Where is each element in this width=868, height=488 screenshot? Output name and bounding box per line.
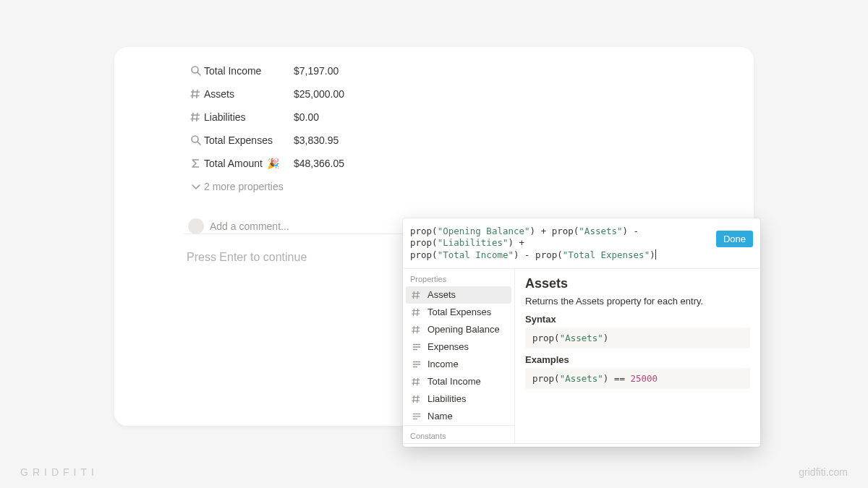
property-option-label: Opening Balance [427, 324, 500, 335]
doc-title: Assets [525, 276, 750, 291]
comment-placeholder: Add a comment... [210, 221, 289, 232]
property-name: Total Income [204, 65, 294, 77]
brand-text-left: GRIDFITI [20, 466, 98, 478]
text-cursor [655, 249, 656, 260]
avatar [188, 218, 204, 234]
search-icon [188, 65, 204, 77]
property-option[interactable]: Liabilities [406, 390, 511, 408]
property-option[interactable]: Total Expenses [406, 304, 511, 321]
number-icon [412, 325, 422, 335]
more-properties-label: 2 more properties [204, 181, 284, 192]
property-option[interactable]: Name [406, 408, 511, 425]
property-value: $7,197.00 [294, 65, 339, 77]
page-card: Total Income $7,197.00 Assets $25,000.00… [114, 47, 754, 426]
property-option-label: Expenses [427, 341, 469, 352]
property-value: $25,000.00 [294, 88, 344, 100]
text-icon [412, 342, 422, 352]
property-name: Total Amount 🎉 [204, 158, 294, 169]
property-row[interactable]: Total Expenses $3,830.95 [188, 129, 579, 152]
property-option-label: Income [427, 359, 459, 369]
formula-footer: ⌘+Enter to accept Learn more about formu… [403, 443, 760, 447]
property-option-label: Total Expenses [427, 307, 491, 317]
formula-input[interactable]: prop("Opening Balance") + prop("Assets")… [403, 218, 760, 269]
text-icon [412, 359, 422, 369]
property-option[interactable]: Expenses [406, 338, 511, 356]
doc-description: Returns the Assets property for each ent… [525, 296, 750, 307]
search-icon [188, 134, 204, 146]
property-option[interactable]: Total Income [406, 373, 511, 390]
number-icon [412, 394, 422, 404]
doc-example-code: prop("Assets") == 25000 [525, 368, 750, 389]
property-name: Assets [204, 88, 294, 100]
property-value: $0.00 [294, 111, 319, 123]
number-icon [188, 88, 204, 100]
property-option-label: Liabilities [427, 393, 466, 404]
property-value: $3,830.95 [294, 134, 339, 146]
property-row[interactable]: Total Income $7,197.00 [188, 59, 579, 82]
number-icon [412, 377, 422, 387]
doc-syntax-label: Syntax [525, 314, 750, 325]
sigma-icon [188, 158, 204, 169]
property-row[interactable]: Liabilities $0.00 [188, 106, 579, 129]
formula-editor-popover: prop("Opening Balance") + prop("Assets")… [403, 218, 760, 447]
property-list: Total Income $7,197.00 Assets $25,000.00… [188, 59, 579, 234]
chevron-down-icon [188, 181, 204, 192]
doc-examples-label: Examples [525, 354, 750, 365]
section-header-properties: Properties [403, 269, 514, 286]
number-icon [412, 307, 422, 317]
section-header-constants: Constants [403, 426, 514, 443]
property-option[interactable]: Opening Balance [406, 321, 511, 338]
property-row[interactable]: Total Amount 🎉 $48,366.05 [188, 152, 579, 175]
formula-doc-panel: Assets Returns the Assets property for e… [515, 269, 760, 443]
property-option[interactable]: Assets [406, 286, 511, 304]
brand-text-right: gridfiti.com [799, 466, 848, 478]
more-properties-toggle[interactable]: 2 more properties [188, 175, 579, 198]
number-icon [412, 290, 422, 300]
property-option[interactable]: Income [406, 356, 511, 373]
number-icon [188, 111, 204, 123]
text-icon [412, 411, 422, 421]
property-name: Liabilities [204, 111, 294, 123]
property-row[interactable]: Assets $25,000.00 [188, 82, 579, 106]
done-button[interactable]: Done [716, 231, 753, 247]
property-value: $48,366.05 [294, 158, 344, 169]
formula-property-list: Properties Assets Total Expenses Opening… [403, 269, 515, 443]
property-option-label: Name [427, 411, 453, 421]
property-option-label: Assets [427, 289, 456, 300]
property-name: Total Expenses [204, 134, 294, 146]
enter-hint: Press Enter to continue [187, 251, 307, 264]
property-option-label: Total Income [427, 376, 481, 387]
doc-syntax-code: prop("Assets") [525, 328, 750, 348]
